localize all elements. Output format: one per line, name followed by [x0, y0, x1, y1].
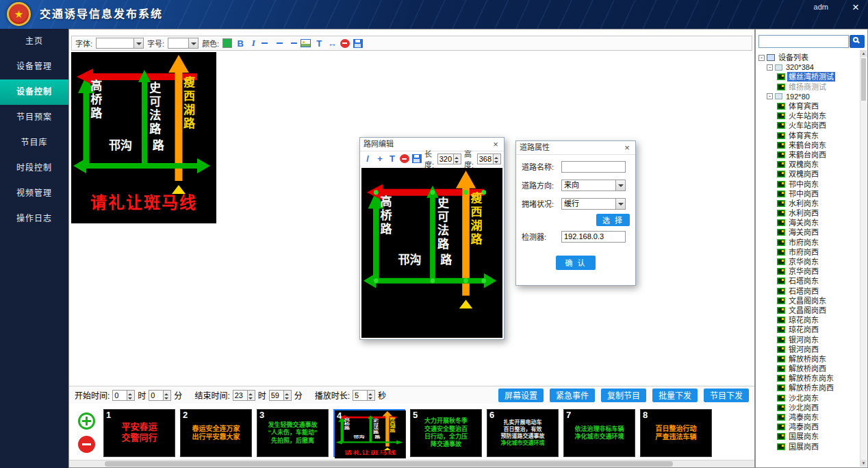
- spinner-arrows[interactable]: [248, 390, 255, 401]
- sidebar-item-operation-log[interactable]: 操作日志: [0, 206, 68, 232]
- vertical-scrollbar[interactable]: ▲ ▼: [860, 50, 867, 467]
- scrollbar-thumb[interactable]: [105, 461, 673, 467]
- delete-icon[interactable]: [340, 39, 350, 48]
- sign-preview-canvas[interactable]: 高桥路史可法路瘦西湖路邗沟路请礼让斑马线: [71, 52, 216, 223]
- bold-button[interactable]: B: [235, 38, 245, 49]
- sidebar-item-device-management[interactable]: 设备管理: [0, 54, 68, 79]
- device-item[interactable]: 石塔岗西: [758, 286, 858, 296]
- playlist-item-8[interactable]: 8百日整治行动严查违法车辆: [640, 409, 712, 457]
- delete-icon[interactable]: [400, 154, 409, 163]
- road-name-input[interactable]: [561, 161, 626, 173]
- duration-spinner[interactable]: 5: [353, 390, 375, 401]
- device-item[interactable]: 水利岗西: [758, 208, 858, 218]
- close-icon[interactable]: ×: [849, 1, 863, 14]
- device-item[interactable]: 沙北岗东: [758, 393, 858, 403]
- device-item[interactable]: 解放桥东岗西: [758, 383, 858, 393]
- close-icon[interactable]: ×: [491, 138, 500, 151]
- program-send-button[interactable]: 节目下发: [704, 389, 749, 402]
- device-item[interactable]: 水利岗东: [758, 199, 858, 208]
- color-swatch[interactable]: [222, 38, 232, 48]
- align-left-icon[interactable]: [261, 40, 271, 47]
- height-spinner[interactable]: 368: [477, 153, 501, 164]
- device-item[interactable]: 海关岗东: [758, 218, 858, 227]
- close-icon[interactable]: ×: [622, 141, 632, 154]
- sign-edit-canvas[interactable]: 高桥路史可法路瘦西湖路邗沟路: [361, 168, 502, 338]
- text-tool-button[interactable]: T: [314, 38, 324, 49]
- device-item[interactable]: 解放桥东岗东: [758, 373, 858, 383]
- device-item[interactable]: 螺丝湾桥测试: [758, 72, 858, 82]
- playlist-item-2[interactable]: 2春运安全连万家出行平安靠大家: [180, 409, 252, 457]
- congestion-select[interactable]: 缓行: [561, 198, 626, 210]
- device-group-0[interactable]: -320*384: [758, 62, 858, 72]
- device-item[interactable]: 石塔岗东: [758, 276, 858, 286]
- device-item[interactable]: 鸿泰岗东: [758, 412, 858, 422]
- device-item[interactable]: 市府岗东: [758, 238, 858, 247]
- device-item[interactable]: 文昌阁岗东: [758, 296, 858, 306]
- batch-send-button[interactable]: 批量下发: [652, 389, 698, 402]
- device-item[interactable]: 解放桥岗西: [758, 364, 858, 373]
- device-item[interactable]: 火车站岗西: [758, 121, 858, 130]
- device-item[interactable]: 沙北岗西: [758, 403, 858, 412]
- sidebar-item-program-library[interactable]: 节目库: [0, 130, 68, 156]
- playlist-item-1[interactable]: 1平安春运交警同行: [103, 409, 175, 457]
- device-group-1[interactable]: -192*80: [758, 92, 858, 101]
- device-item[interactable]: 琼花岗东: [758, 315, 858, 325]
- align-center-icon[interactable]: [275, 40, 284, 47]
- fit-width-icon[interactable]: ↔: [327, 38, 337, 49]
- draw-line-icon[interactable]: /: [363, 153, 372, 164]
- align-right-icon[interactable]: [288, 40, 297, 47]
- playlist-item-7[interactable]: 7依法治理非标车辆净化城市交通环境: [563, 409, 635, 457]
- sidebar-item-home[interactable]: 主页: [0, 29, 68, 54]
- sidebar-item-time-control[interactable]: 时段控制: [0, 156, 68, 181]
- search-input[interactable]: [758, 35, 849, 48]
- search-button[interactable]: [850, 35, 865, 48]
- device-item[interactable]: 京华岗东: [758, 257, 858, 267]
- emergency-event-button[interactable]: 紧急事件: [550, 389, 595, 402]
- device-item[interactable]: 体育宾西: [758, 101, 858, 111]
- device-item[interactable]: 来鹤台岗东: [758, 140, 858, 150]
- spinner-arrows[interactable]: [494, 153, 501, 164]
- playlist-item-5[interactable]: 5大力开展秋冬季交通安全整治百日行动，全力压降交通事故: [410, 409, 482, 457]
- sidebar-item-program-plan[interactable]: 节目预案: [0, 105, 68, 130]
- font-select[interactable]: [96, 38, 144, 49]
- spinner-arrows[interactable]: [164, 390, 171, 401]
- spinner-arrows[interactable]: [454, 153, 461, 164]
- playlist-item-3[interactable]: 3发生轻微交通事故“人未伤，车能动”先拍照，后撤离: [257, 409, 329, 457]
- screen-settings-button[interactable]: 屏幕设置: [498, 389, 544, 402]
- device-item[interactable]: 国展岗东: [758, 432, 858, 441]
- device-item[interactable]: 来鹤台岗西: [758, 150, 858, 160]
- sidebar-item-device-control[interactable]: 设备控制: [0, 79, 68, 105]
- detector-input[interactable]: [561, 231, 626, 243]
- device-item[interactable]: 国展岗西: [758, 442, 858, 452]
- move-tool-icon[interactable]: +: [375, 153, 385, 164]
- save-icon[interactable]: [412, 154, 422, 163]
- insert-image-icon[interactable]: [301, 39, 311, 47]
- remove-program-button[interactable]: [78, 436, 95, 453]
- scrollbar-thumb[interactable]: [861, 58, 866, 101]
- tree-expander-icon[interactable]: -: [767, 64, 773, 71]
- device-item[interactable]: 双槐岗东: [758, 160, 858, 169]
- device-tree-root[interactable]: -设备列表: [758, 53, 858, 62]
- italic-button[interactable]: I: [248, 38, 258, 49]
- spinner-arrows[interactable]: [368, 390, 375, 401]
- save-icon[interactable]: [353, 39, 363, 48]
- device-item[interactable]: 海关岗西: [758, 227, 858, 237]
- tree-expander-icon[interactable]: -: [767, 93, 773, 99]
- device-item[interactable]: 体育宾东: [758, 131, 858, 140]
- device-item[interactable]: 双槐岗西: [758, 169, 858, 179]
- playlist-item-6[interactable]: 6扎实开展电动车百日整治，有效预防道路交通事故净化城市交通环境: [487, 409, 559, 457]
- horizontal-scrollbar[interactable]: [69, 460, 754, 467]
- end-hour-spinner[interactable]: 23: [233, 390, 255, 401]
- select-button[interactable]: 选 择: [596, 214, 630, 226]
- device-item[interactable]: 银河岗东: [758, 334, 858, 344]
- device-item[interactable]: 邗中岗西: [758, 189, 858, 199]
- direction-select[interactable]: 来向: [561, 180, 626, 191]
- start-minute-spinner[interactable]: 0: [149, 390, 171, 401]
- scroll-down-icon[interactable]: ▼: [860, 460, 867, 467]
- device-item[interactable]: 鸿泰岗西: [758, 422, 858, 432]
- device-item[interactable]: 维扬商测试: [758, 82, 858, 92]
- spinner-arrows[interactable]: [127, 390, 135, 401]
- device-item[interactable]: 解放桥岗东: [758, 354, 858, 364]
- device-item[interactable]: 市府岗西: [758, 247, 858, 257]
- end-minute-spinner[interactable]: 59: [269, 390, 292, 401]
